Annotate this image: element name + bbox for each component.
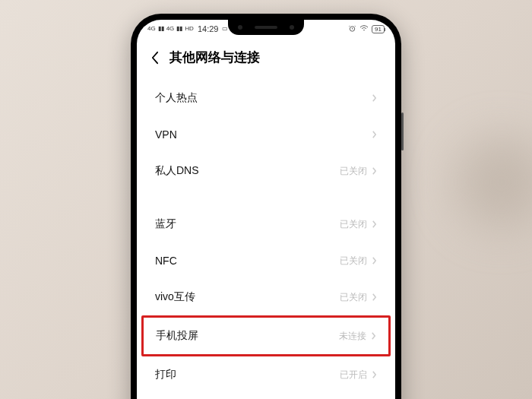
wifi-icon: [359, 24, 369, 33]
row-private-dns[interactable]: 私人DNS 已关闭: [143, 153, 389, 189]
row-label: 蓝牙: [155, 217, 176, 231]
row-label: NFC: [155, 255, 177, 267]
hd-icon: HD: [185, 26, 194, 32]
row-bluetooth[interactable]: 蓝牙 已关闭: [143, 206, 389, 242]
row-label: 私人DNS: [155, 164, 199, 178]
signal-4g-icon: 4G: [147, 26, 156, 32]
page-title: 其他网络与连接: [169, 49, 260, 66]
alarm-icon: [348, 24, 356, 34]
chevron-right-icon: [372, 370, 377, 379]
power-button: [401, 112, 404, 150]
row-printing[interactable]: 打印 已开启: [143, 356, 389, 393]
chevron-right-icon: [372, 166, 377, 176]
battery-icon: 91: [372, 25, 385, 33]
row-vpn[interactable]: VPN: [143, 116, 389, 153]
chevron-right-icon: [372, 130, 377, 139]
back-button[interactable]: [150, 51, 159, 65]
phone-frame: 4G ▮▮ 4G ▮▮ HD 14:29 ▭ 91: [131, 14, 401, 399]
camera-icon: ▭: [222, 26, 228, 32]
row-label: 打印: [155, 368, 176, 382]
chevron-right-icon: [372, 93, 377, 103]
notch: [228, 20, 304, 35]
row-value: 已关闭: [340, 291, 367, 304]
row-nfc[interactable]: NFC 已关闭: [143, 242, 389, 279]
row-value: 已开启: [340, 369, 367, 382]
row-label: 手机投屏: [156, 329, 198, 343]
settings-list: 个人热点 VPN 私人DNS 已关闭: [137, 80, 395, 393]
row-label: 个人热点: [155, 91, 198, 105]
row-value: 已关闭: [340, 255, 367, 268]
signal-bars-icon: ▮▮: [158, 26, 164, 32]
chevron-right-icon: [372, 256, 377, 265]
chevron-right-icon: [372, 220, 377, 229]
row-personal-hotspot[interactable]: 个人热点: [143, 80, 389, 116]
row-value: 已关闭: [340, 218, 367, 231]
signal-bars-icon: ▮▮: [176, 26, 182, 32]
chevron-right-icon: [371, 331, 376, 340]
row-label: VPN: [155, 128, 177, 141]
screen: 4G ▮▮ 4G ▮▮ HD 14:29 ▭ 91: [137, 20, 395, 399]
signal-4g-icon: 4G: [166, 26, 175, 32]
row-screen-casting[interactable]: 手机投屏 未连接: [141, 315, 391, 356]
row-value: 未连接: [339, 330, 366, 343]
chevron-right-icon: [372, 293, 377, 302]
page-header: 其他网络与连接: [137, 36, 395, 80]
row-label: vivo互传: [155, 290, 195, 304]
row-value: 已关闭: [340, 165, 367, 178]
row-vivo-share[interactable]: vivo互传 已关闭: [143, 279, 389, 315]
status-time: 14:29: [198, 24, 219, 33]
